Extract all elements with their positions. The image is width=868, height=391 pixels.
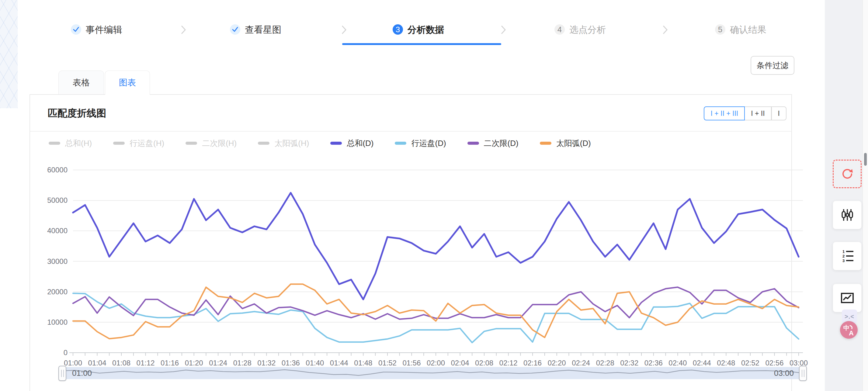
step-3-label[interactable]: 分析数据 bbox=[407, 24, 444, 35]
chart-legend: 总和(H) 行运盘(H) 二次限(H) 太阳弧(H) 总和(D) 行运盘(D) … bbox=[49, 138, 591, 149]
legend-marker bbox=[395, 142, 406, 145]
legend-marker bbox=[258, 142, 270, 145]
legend-item-ercixian-h[interactable]: 二次限(H) bbox=[186, 138, 237, 149]
legend-label: 二次限(D) bbox=[484, 138, 519, 149]
ordered-list-button[interactable]: 123 bbox=[833, 242, 862, 270]
datazoom-end-label: 03:00 bbox=[774, 368, 794, 378]
chevron-right-icon bbox=[180, 25, 186, 34]
legend-marker bbox=[113, 142, 125, 145]
check-icon bbox=[232, 26, 239, 33]
legend-item-taiyanghu-d[interactable]: 太阳弧(D) bbox=[540, 138, 591, 149]
step-1-icon[interactable] bbox=[71, 24, 81, 35]
chevron-right-icon bbox=[341, 25, 347, 34]
legend-item-xingyunpan-h[interactable]: 行运盘(H) bbox=[113, 138, 164, 149]
range-button-1[interactable]: I bbox=[772, 106, 786, 121]
step-4-number: 4 bbox=[557, 25, 562, 34]
legend-marker bbox=[186, 142, 197, 145]
check-icon bbox=[73, 26, 80, 33]
line-chart-icon bbox=[840, 291, 855, 305]
datazoom-start-label: 01:00 bbox=[72, 368, 92, 378]
translate-button[interactable]: 中 A bbox=[840, 321, 858, 339]
step-4-icon: 4 bbox=[554, 24, 565, 35]
step-5-icon: 5 bbox=[715, 24, 725, 35]
step-3-icon[interactable]: 3 bbox=[393, 24, 403, 35]
background-pattern bbox=[0, 0, 18, 108]
tab-chart[interactable]: 图表 bbox=[105, 70, 150, 95]
range-button-group: I + II + III I + II I bbox=[704, 106, 786, 121]
range-button-1-2-3[interactable]: I + II + III bbox=[704, 106, 745, 121]
step-1-label[interactable]: 事件编辑 bbox=[86, 24, 122, 35]
translate-en-glyph: A bbox=[849, 329, 854, 336]
chevron-right-icon bbox=[662, 25, 668, 34]
ordered-list-icon: 123 bbox=[840, 249, 855, 263]
svg-text:1: 1 bbox=[842, 249, 845, 254]
tab-table[interactable]: 表格 bbox=[58, 70, 104, 95]
svg-text:3: 3 bbox=[842, 258, 845, 263]
scrollbar-track[interactable] bbox=[863, 0, 868, 391]
step-3-number: 3 bbox=[396, 25, 400, 34]
step-2-icon[interactable] bbox=[230, 24, 240, 35]
active-step-underline bbox=[342, 43, 501, 45]
chart-title: 匹配度折线图 bbox=[48, 95, 106, 132]
legend-label: 太阳弧(H) bbox=[274, 138, 309, 149]
chart-plot-area[interactable] bbox=[73, 170, 799, 353]
chevron-right-icon bbox=[500, 25, 506, 34]
refresh-icon bbox=[841, 167, 854, 181]
legend-item-ercixian-d[interactable]: 二次限(D) bbox=[467, 138, 519, 149]
datazoom-slider-track[interactable] bbox=[62, 367, 803, 379]
display-settings-button[interactable] bbox=[833, 201, 862, 229]
scrollbar-thumb[interactable] bbox=[864, 153, 867, 166]
legend-marker bbox=[540, 142, 551, 145]
translate-icon: 中 A bbox=[842, 323, 856, 336]
datazoom-left-handle[interactable] bbox=[58, 366, 66, 381]
refresh-button[interactable] bbox=[833, 160, 862, 188]
step-5-number: 5 bbox=[718, 25, 722, 34]
legend-item-zonghe-d[interactable]: 总和(D) bbox=[330, 138, 373, 149]
legend-marker bbox=[330, 142, 342, 145]
condition-filter-button[interactable]: 条件过滤 bbox=[751, 56, 795, 75]
sliders-icon bbox=[840, 208, 855, 222]
legend-item-taiyanghu-h[interactable]: 太阳弧(H) bbox=[258, 138, 309, 149]
step-2-label[interactable]: 查看星图 bbox=[245, 24, 281, 35]
legend-marker bbox=[467, 142, 479, 145]
legend-label: 总和(H) bbox=[65, 138, 92, 149]
chart-panel-header: 匹配度折线图 I + II + III I + II I bbox=[30, 95, 792, 132]
step-4-label: 选点分析 bbox=[569, 24, 606, 35]
range-button-1-2[interactable]: I + II bbox=[745, 106, 771, 121]
line-chart-button[interactable] bbox=[833, 284, 862, 312]
legend-label: 太阳弧(D) bbox=[556, 138, 591, 149]
translate-zh-glyph: 中 bbox=[843, 324, 849, 331]
legend-item-zonghe-h[interactable]: 总和(H) bbox=[49, 138, 92, 149]
legend-label: 总和(D) bbox=[347, 138, 373, 149]
datazoom-right-handle[interactable] bbox=[799, 366, 807, 381]
legend-label: 二次限(H) bbox=[202, 138, 237, 149]
legend-label: 行运盘(H) bbox=[130, 138, 164, 149]
legend-marker bbox=[49, 142, 60, 145]
svg-text:2: 2 bbox=[842, 254, 845, 258]
legend-label: 行运盘(D) bbox=[411, 138, 446, 149]
step-5-label: 确认结果 bbox=[730, 24, 767, 35]
legend-item-xingyunpan-d[interactable]: 行运盘(D) bbox=[395, 138, 446, 149]
